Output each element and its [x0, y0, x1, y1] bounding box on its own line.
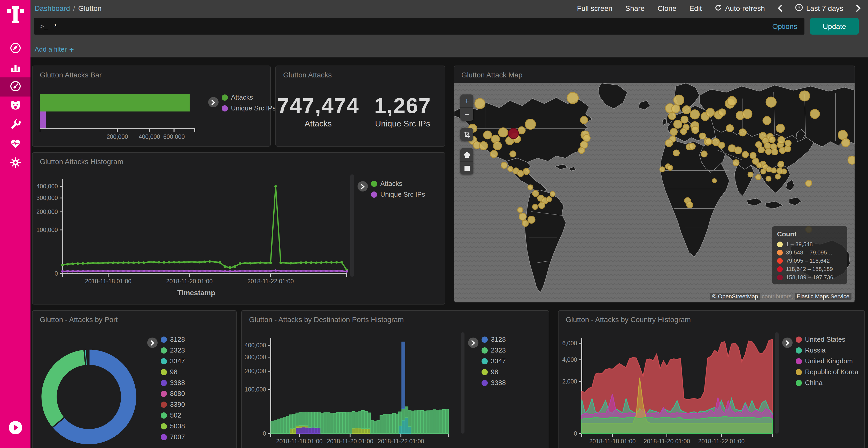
dest-ports-legend: 312823233347983388 [482, 336, 506, 387]
legend-item[interactable]: 3347 [482, 357, 506, 365]
sidebar-item-monitoring[interactable] [0, 135, 30, 154]
legend-item[interactable]: 502 [161, 411, 185, 419]
legend-item[interactable]: 3390 [161, 401, 185, 408]
legend-dot [371, 180, 377, 186]
country-histogram-chart[interactable]: 6,0004,0002,00002018-11-18 01:002018-11-… [559, 328, 801, 448]
svg-text:300,000: 300,000 [245, 354, 266, 360]
auto-refresh-button[interactable]: Auto-refresh [715, 4, 765, 13]
legend-toggle-chevron[interactable] [147, 338, 158, 348]
legend-item[interactable]: 3388 [161, 379, 185, 387]
time-picker-button[interactable]: Last 7 days [796, 4, 843, 13]
legend-item[interactable]: 8080 [161, 390, 185, 398]
update-button[interactable]: Update [810, 18, 859, 34]
legend-item[interactable]: Attacks [371, 180, 425, 187]
svg-text:2018-11-20 01:00: 2018-11-20 01:00 [644, 438, 690, 445]
legend-dot [222, 94, 228, 100]
map-fit-bounds-button[interactable] [460, 128, 473, 141]
map-draw-polygon-button[interactable] [460, 148, 473, 161]
osm-attribution[interactable]: © OpenStreetMap [710, 292, 760, 300]
svg-text:200,000: 200,000 [106, 133, 128, 140]
svg-text:2018-11-22 01:00: 2018-11-22 01:00 [698, 438, 745, 445]
legend-scrollbar[interactable] [461, 333, 464, 434]
legend-item[interactable]: Attacks [222, 94, 276, 101]
legend-scrollbar[interactable] [350, 174, 354, 277]
legend-scrollbar[interactable] [775, 333, 779, 434]
breadcrumb-dashboard-link[interactable]: Dashboard [35, 4, 70, 12]
legend-dot [796, 336, 802, 342]
svg-text:100,000: 100,000 [245, 386, 266, 393]
legend-item[interactable]: 3128 [482, 336, 506, 343]
svg-text:2018-11-20 01:00: 2018-11-20 01:00 [166, 278, 213, 285]
attacks-by-port-donut[interactable] [33, 311, 237, 448]
time-forward-button[interactable] [856, 5, 861, 12]
sidebar-item-devtools[interactable] [0, 115, 30, 135]
attacks-histogram-chart[interactable]: 400,000300,000200,000100,00002018-11-18 … [33, 170, 374, 302]
svg-text:4,000: 4,000 [562, 356, 577, 363]
legend-item[interactable]: 5038 [161, 422, 185, 430]
dest-ports-histogram-chart[interactable]: 400,000300,000200,000100,00002018-11-18 … [242, 328, 485, 448]
map-zoom-out-button[interactable]: − [460, 107, 473, 121]
sidebar-item-visualize[interactable] [0, 58, 30, 77]
clock-icon [796, 4, 803, 13]
map-controls: + − [460, 95, 473, 174]
sidebar-item-dashboard[interactable] [0, 77, 30, 97]
gear-icon [9, 156, 22, 171]
clone-button[interactable]: Clone [657, 4, 676, 12]
panel-title: Glutton Attacks [276, 66, 445, 79]
refresh-icon [715, 4, 722, 13]
legend-toggle-chevron[interactable] [358, 181, 368, 192]
map-legend-title: Count [777, 230, 842, 238]
time-back-button[interactable] [778, 5, 782, 12]
legend-dot [482, 347, 488, 353]
sidebar-item-management[interactable] [0, 154, 30, 173]
legend-item[interactable]: United Kingdom [796, 357, 859, 365]
legend-item[interactable]: 3128 [161, 336, 185, 343]
map-zoom-in-button[interactable]: + [460, 95, 473, 107]
legend-item[interactable]: 98 [482, 368, 506, 376]
legend-item[interactable]: Unique Src IPs [222, 104, 276, 112]
legend-item[interactable]: Russia [796, 346, 859, 354]
legend-dot [482, 336, 488, 342]
sidebar-item-discover[interactable] [0, 39, 30, 58]
query-options-link[interactable]: Options [772, 22, 805, 30]
legend-item[interactable]: 3347 [161, 357, 185, 365]
svg-text:6,000: 6,000 [562, 340, 577, 347]
svg-text:2018-11-20 01:00: 2018-11-20 01:00 [327, 438, 373, 445]
share-button[interactable]: Share [625, 4, 645, 12]
wrench-icon [9, 118, 22, 132]
filter-bar: Add a filter+ [30, 36, 868, 58]
legend-item[interactable]: 2323 [161, 346, 185, 354]
legend-item[interactable]: 3388 [482, 379, 506, 387]
map-attribution: © OpenStreetMap contributors, Elastic Ma… [710, 293, 851, 299]
legend-item[interactable]: Republic of Korea [796, 368, 859, 376]
attack-map[interactable]: + − Count [454, 83, 855, 302]
query-input[interactable] [53, 22, 772, 31]
map-draw-rect-button[interactable] [460, 161, 473, 174]
legend-item[interactable]: Unique Src IPs [371, 191, 425, 198]
legend-item[interactable]: United States [796, 336, 859, 343]
legend-item[interactable]: China [796, 379, 859, 387]
legend-dot [482, 358, 488, 364]
elastic-maps-attribution[interactable]: Elastic Maps Service [795, 292, 851, 300]
legend-toggle-chevron[interactable] [782, 338, 793, 348]
add-filter-link[interactable]: Add a filter+ [30, 45, 74, 54]
sidebar-expand-button[interactable] [8, 421, 22, 437]
country-legend: United StatesRussiaUnited KingdomRepubli… [796, 336, 859, 387]
fullscreen-button[interactable]: Full screen [577, 4, 613, 12]
panel-attack-map: Glutton Attack Map + − [454, 66, 855, 303]
metric-attacks-label: Attacks [276, 119, 361, 129]
sidebar-item-glutton[interactable] [0, 97, 30, 115]
legend-item[interactable]: 98 [161, 368, 185, 376]
legend-item[interactable]: 7007 [161, 433, 185, 441]
edit-button[interactable]: Edit [689, 4, 702, 12]
legend-dot [796, 369, 802, 375]
legend-toggle-chevron[interactable] [468, 338, 478, 348]
legend-dot [371, 191, 377, 198]
legend-dot [161, 434, 167, 440]
svg-text:300,000: 300,000 [36, 195, 58, 201]
legend-item[interactable]: 2323 [482, 346, 506, 354]
attacks-bar-chart[interactable]: 200,000400,000600,000 [40, 89, 215, 149]
svg-text:2018-11-18 01:00: 2018-11-18 01:00 [276, 438, 323, 445]
breadcrumb: Dashboard / Glutton [30, 4, 101, 12]
legend-toggle-chevron[interactable] [208, 97, 219, 107]
